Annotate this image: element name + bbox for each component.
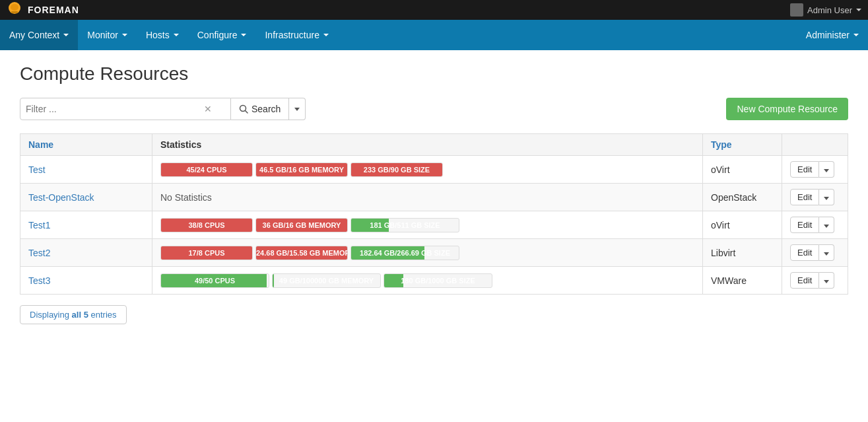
resource-link[interactable]: Test1 — [28, 220, 50, 230]
user-caret-icon — [856, 9, 861, 11]
filter-bar: ✕ Search New Compute Resource — [20, 98, 848, 120]
new-compute-resource-button[interactable]: New Compute Resource — [726, 98, 848, 120]
nav-monitor[interactable]: Monitor — [78, 20, 137, 50]
cell-stats: 49/50 CPUS49 GB/100000 GB MEMORY180 GB/1… — [152, 267, 703, 295]
svg-rect-2 — [11, 11, 18, 13]
administer-caret-icon — [853, 34, 859, 36]
cell-type: oVirt — [703, 211, 782, 239]
nav-configure-label: Configure — [197, 30, 238, 40]
edit-button[interactable]: Edit — [790, 272, 819, 289]
table-row: Test45/24 CPUS46.5 GB/16 GB MEMORY233 GB… — [20, 156, 848, 184]
configure-caret-icon — [241, 34, 246, 36]
search-label: Search — [251, 104, 281, 114]
resource-link[interactable]: Test3 — [28, 275, 50, 286]
edit-caret-icon — [824, 252, 829, 256]
nav-context-label: Any Context — [9, 30, 59, 40]
cell-name: Test-OpenStack — [20, 184, 152, 211]
search-caret-icon — [294, 108, 300, 111]
nav-administer[interactable]: Administer — [797, 20, 868, 50]
brand: FOREMAN — [7, 2, 79, 18]
filter-clear-icon[interactable]: ✕ — [204, 104, 212, 114]
no-stats-label: No Statistics — [160, 192, 212, 203]
col-header-type: Type — [703, 134, 782, 156]
search-dropdown-button[interactable] — [289, 98, 306, 120]
nav-context[interactable]: Any Context — [0, 20, 78, 50]
nav-hosts-label: Hosts — [146, 30, 170, 40]
cell-actions: Edit — [782, 184, 848, 211]
cell-type: oVirt — [703, 156, 782, 184]
page-title: Compute Resources — [20, 63, 848, 85]
cell-name: Test1 — [20, 211, 152, 239]
search-icon — [239, 104, 248, 114]
cell-name: Test2 — [20, 239, 152, 267]
content-area: Compute Resources ✕ Search New Compute R… — [0, 50, 868, 422]
entries-end: entries — [88, 310, 117, 320]
edit-caret-icon — [824, 280, 829, 283]
context-caret-icon — [63, 34, 69, 36]
action-group: Edit — [790, 272, 840, 289]
cell-stats: 45/24 CPUS46.5 GB/16 GB MEMORY233 GB/90 … — [152, 156, 703, 184]
edit-dropdown-button[interactable] — [819, 272, 834, 289]
action-group: Edit — [790, 161, 840, 178]
edit-dropdown-button[interactable] — [819, 244, 834, 261]
nav-administer-label: Administer — [806, 30, 850, 40]
filter-input[interactable] — [26, 104, 204, 114]
resource-link[interactable]: Test2 — [28, 248, 50, 258]
table-row: Test349/50 CPUS49 GB/100000 GB MEMORY180… — [20, 267, 848, 295]
col-header-name: Name — [20, 134, 152, 156]
edit-button[interactable]: Edit — [790, 217, 819, 233]
foreman-logo-icon — [7, 2, 22, 18]
table-row: Test138/8 CPUS36 GB/16 GB MEMORY181 GB/5… — [20, 211, 848, 239]
stat-bar-item: 24.68 GB/15.58 GB MEMORY — [255, 246, 348, 260]
stat-bar-item: 49 GB/100000 GB MEMORY — [272, 273, 381, 288]
cell-type: VMWare — [703, 267, 782, 295]
nav-configure[interactable]: Configure — [188, 20, 256, 50]
stat-bar-item: 181 GB/511 GB SIZE — [351, 218, 459, 232]
stat-bar-item: 233 GB/90 GB SIZE — [351, 162, 443, 177]
table-row: Test217/8 CPUS24.68 GB/15.58 GB MEMORY18… — [20, 239, 848, 267]
stat-bar-item: 182.64 GB/266.69 GB SIZE — [351, 246, 459, 260]
cell-type: Libvirt — [703, 239, 782, 267]
entries-badge: Displaying all 5 entries — [20, 305, 127, 324]
brand-name: FOREMAN — [28, 5, 79, 15]
cell-stats: No Statistics — [152, 184, 703, 211]
infrastructure-caret-icon — [323, 34, 329, 36]
search-button[interactable]: Search — [231, 98, 289, 120]
nav-infrastructure-label: Infrastructure — [265, 30, 319, 40]
edit-caret-icon — [824, 225, 829, 228]
user-menu[interactable]: Admin User — [790, 3, 861, 17]
cell-type: OpenStack — [703, 184, 782, 211]
resource-link[interactable]: Test-OpenStack — [28, 192, 94, 203]
main-nav: Any Context Monitor Hosts Configure Infr… — [0, 20, 868, 50]
edit-button[interactable]: Edit — [790, 189, 819, 205]
filter-input-wrap: ✕ — [20, 98, 231, 120]
stats-container: 17/8 CPUS24.68 GB/15.58 GB MEMORY182.64 … — [160, 246, 694, 260]
svg-point-1 — [11, 4, 18, 11]
cell-stats: 17/8 CPUS24.68 GB/15.58 GB MEMORY182.64 … — [152, 239, 703, 267]
cell-name: Test — [20, 156, 152, 184]
footer-info: Displaying all 5 entries — [20, 305, 848, 324]
edit-dropdown-button[interactable] — [819, 217, 834, 233]
nav-infrastructure[interactable]: Infrastructure — [255, 20, 337, 50]
monitor-caret-icon — [122, 34, 127, 36]
cell-actions: Edit — [782, 239, 848, 267]
action-group: Edit — [790, 244, 840, 261]
edit-button[interactable]: Edit — [790, 161, 819, 178]
resource-link[interactable]: Test — [28, 164, 46, 175]
edit-button[interactable]: Edit — [790, 244, 819, 261]
col-header-actions — [782, 134, 848, 156]
stat-bar-item: 45/24 CPUS — [160, 162, 253, 177]
cell-stats: 38/8 CPUS36 GB/16 GB MEMORY181 GB/511 GB… — [152, 211, 703, 239]
svg-line-4 — [246, 111, 248, 114]
edit-dropdown-button[interactable] — [819, 161, 834, 178]
nav-hosts[interactable]: Hosts — [137, 20, 188, 50]
stat-label: 49 GB/100000 GB MEMORY — [273, 277, 380, 285]
stats-container: 49/50 CPUS49 GB/100000 GB MEMORY180 GB/1… — [160, 273, 694, 288]
cell-name: Test3 — [20, 267, 152, 295]
col-header-statistics: Statistics — [152, 134, 703, 156]
action-group: Edit — [790, 189, 840, 205]
top-bar: FOREMAN Admin User — [0, 0, 868, 20]
cell-actions: Edit — [782, 156, 848, 184]
edit-dropdown-button[interactable] — [819, 189, 834, 205]
stat-bar-item: 46.5 GB/16 GB MEMORY — [255, 162, 348, 177]
